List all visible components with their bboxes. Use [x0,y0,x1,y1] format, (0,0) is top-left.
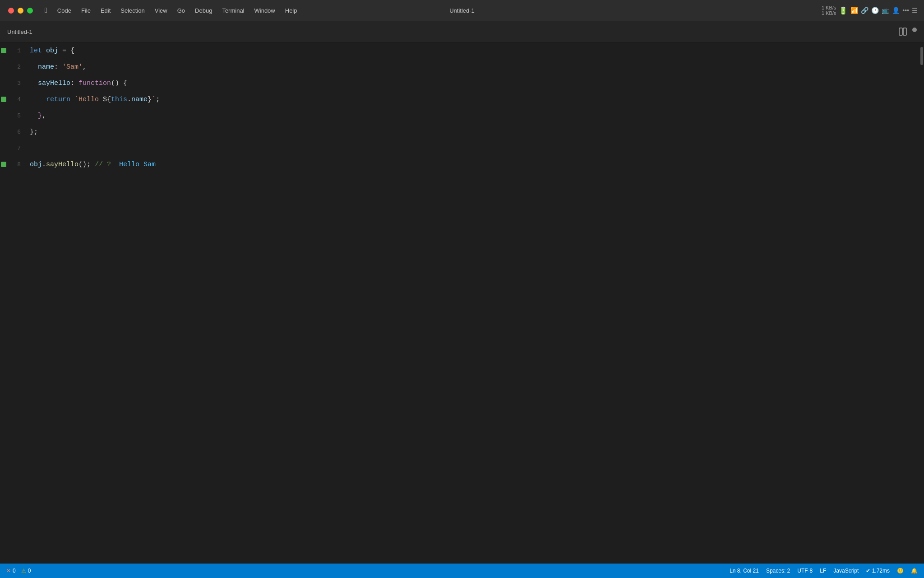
bp-placeholder-2 [1,64,6,70]
split-editor-icon[interactable] [899,28,907,36]
warning-count[interactable]: ⚠ 0 [21,568,31,574]
line-row-3: 3 [1,75,23,91]
line-row-7: 7 [1,140,23,156]
status-right: Ln 8, Col 21 Spaces: 2 UTF-8 LF JavaScri… [730,568,918,574]
error-count[interactable]: ✕ 0 [6,568,16,574]
dot-name: . [127,96,131,103]
template-tick-open: `Hello [74,96,103,103]
code-line-7 [30,140,918,156]
maximize-button[interactable] [27,8,33,14]
semicolon-6: ; [34,128,38,136]
svg-rect-0 [899,28,902,35]
editor-topbar: Untitled-1 [0,21,924,42]
window-title: Untitled-1 [449,7,475,14]
line-number-7: 7 [9,145,23,152]
colon-3: : [70,79,79,87]
breakpoint-8[interactable] [1,162,6,167]
encoding[interactable]: UTF-8 [797,568,813,574]
line-number-1: 1 [9,47,23,54]
code-line-5: } , [30,107,918,124]
bp-placeholder-7 [1,145,6,151]
notification-icon[interactable]: 🔔 [911,568,918,574]
indent-5 [30,112,38,120]
menu-go[interactable]: Go [173,5,189,16]
breakpoint-4[interactable] [1,97,6,102]
template-dollar: ${ [103,96,111,103]
line-row-2: 2 [1,59,23,75]
menu-view[interactable]: View [150,5,172,16]
keyword-this: this [111,96,127,103]
language-mode[interactable]: JavaScript [833,568,859,574]
menu-code[interactable]: Code [53,5,76,16]
link-icon: 🔗 [861,7,869,14]
line-number-6: 6 [9,129,23,135]
semicolon-4: ; [156,96,160,103]
svg-rect-1 [903,28,906,35]
template-close-brace: } [148,96,152,103]
dot-8: . [42,161,46,168]
menu-window[interactable]: Window [250,5,280,16]
keyword-let: let [30,47,46,55]
comma-5: , [42,112,46,120]
colon-2: : [54,63,62,71]
code-line-1: let obj = { [30,42,918,59]
menu-edit[interactable]: Edit [96,5,115,16]
line-number-5: 5 [9,112,23,119]
indentation[interactable]: Spaces: 2 [766,568,790,574]
menu-help[interactable]: Help [281,5,302,16]
cursor-position[interactable]: Ln 8, Col 21 [730,568,759,574]
line-row-4: 4 [1,91,23,107]
comma-2: , [83,63,87,71]
close-button[interactable] [8,8,14,14]
empty-line-7 [30,144,34,152]
traffic-lights [0,8,33,14]
code-line-2: name : 'Sam' , [30,59,918,75]
editor-container: 1 2 3 4 5 [0,42,924,564]
bp-placeholder-3 [1,80,6,86]
menu-selection[interactable]: Selection [116,5,149,16]
bp-placeholder-5 [1,113,6,118]
line-number-8: 8 [9,161,23,168]
comment-result: Hello Sam [115,161,156,168]
titlebar-right-area: 1 KB/s1 KB/s 🔋 📶 🔗 🕐 📺 👤 ••• ☰ [822,5,924,16]
code-line-6: } ; [30,124,918,140]
minimize-button[interactable] [18,8,23,14]
indent-4 [30,96,46,103]
warning-count-value: 0 [28,568,31,574]
call-parens: (); [79,161,91,168]
line-number-4: 4 [9,96,23,103]
menu-bar:  Code File Edit Selection View Go Debug… [40,5,302,16]
more-icon: ••• [902,7,909,14]
error-icon: ✕ [6,568,11,574]
line-row-5: 5 [1,107,23,124]
line-number-3: 3 [9,80,23,87]
var-obj: obj [46,47,58,55]
clock-icon: 🕐 [871,7,879,14]
apple-menu[interactable]:  [40,5,52,16]
closing-brace-6: } [30,128,34,136]
editor-gutter: 1 2 3 4 5 [0,42,23,564]
menu-file[interactable]: File [77,5,95,16]
warning-icon: ⚠ [21,568,26,574]
scrollbar-thumb[interactable] [920,47,923,65]
code-line-3: sayHello : function () { [30,75,918,91]
cast-icon: 📺 [882,7,889,14]
code-line-4: return `Hello ${ this . name } ` ; [30,91,918,107]
keyword-return: return [46,96,74,103]
editor-scrollbar[interactable] [918,42,924,564]
str-sam: 'Sam' [62,63,83,71]
line-number-2: 2 [9,64,23,70]
code-area[interactable]: let obj = { name : 'Sam' , sayHello : fu… [23,42,918,564]
eol[interactable]: LF [820,568,826,574]
prop-name: name [38,63,54,71]
comment-slash: // ? [91,161,115,168]
feedback-icon[interactable]: 🙂 [897,568,904,574]
breakpoint-1[interactable] [1,48,6,53]
menu-debug[interactable]: Debug [190,5,217,16]
editor-tab-title[interactable]: Untitled-1 [7,28,32,35]
battery-icon: 🔋 [839,6,848,15]
line-row-6: 6 [1,124,23,140]
prop-name-ref: name [131,96,148,103]
menu-terminal[interactable]: Terminal [217,5,249,16]
dot-indicator [912,28,917,32]
